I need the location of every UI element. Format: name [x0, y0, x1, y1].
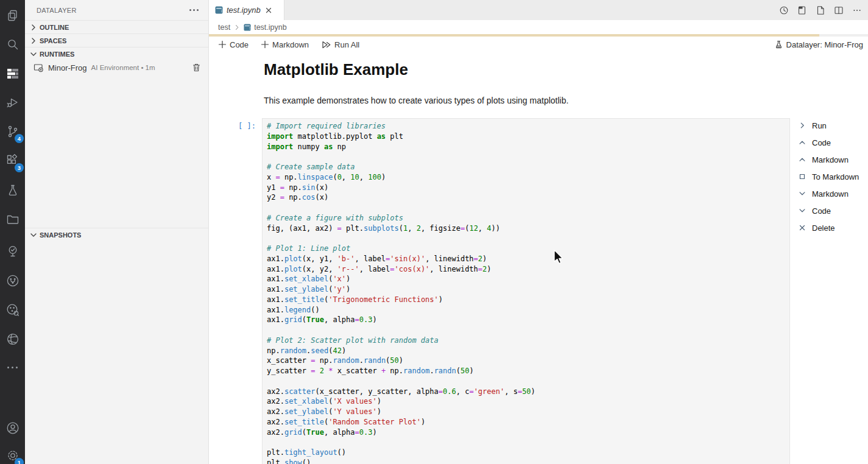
code-line[interactable]: plt.tight_layout() [267, 448, 789, 458]
breadcrumb-chevron-icon [233, 24, 241, 31]
editor-actions [779, 0, 862, 20]
run-all-button[interactable]: Run All [321, 40, 359, 49]
explorer-icon[interactable] [0, 7, 25, 25]
code-line[interactable]: # Plot 1: Line plot [267, 244, 789, 254]
cell-code-above-button[interactable]: Code [798, 136, 831, 149]
source-control-badge: 4 [15, 134, 24, 143]
settings-badge: 1 [15, 458, 24, 464]
code-line[interactable]: # Import required libraries [267, 121, 789, 132]
code-line[interactable]: ax2.scatter(x_scatter, y_scatter, alpha=… [267, 387, 789, 397]
code-line[interactable]: # Create a figure with subplots [267, 213, 789, 223]
code-line[interactable]: # Create sample data [267, 162, 789, 172]
code-line[interactable]: # Plot 2: Scatter plot with random data [267, 336, 789, 346]
chevron-down-icon [798, 189, 806, 198]
cell-markdown-below-button[interactable]: Markdown [798, 188, 849, 200]
code-line[interactable]: import numpy as np [267, 142, 789, 152]
code-line[interactable]: ax1.grid(True, alpha=0.3) [267, 315, 789, 325]
sidebar-title: DATALAYER [37, 7, 77, 14]
cell-code-below-button[interactable]: Code [798, 205, 831, 217]
open-notebook-icon[interactable] [797, 5, 807, 15]
breadcrumb-folder[interactable]: test [218, 23, 230, 32]
source-control-icon[interactable]: 4 [0, 122, 25, 141]
markdown-heading[interactable]: Matplotlib Example [264, 60, 408, 79]
add-markdown-label: Markdown [272, 40, 309, 49]
code-line[interactable]: ax1.set_title('Trigonometric Functions') [267, 295, 789, 305]
chevron-down-icon [29, 49, 38, 59]
add-markdown-button[interactable]: Markdown [261, 40, 309, 49]
code-line[interactable]: fig, (ax1, ax2) = plt.subplots(1, 2, fig… [267, 223, 789, 234]
code-line[interactable]: import matplotlib.pyplot as plt [267, 132, 789, 142]
code-line[interactable]: ax1.plot(x, y1, 'b-', label='sin(x)', li… [267, 254, 789, 264]
code-line[interactable]: np.random.seed(42) [267, 346, 789, 356]
code-line[interactable]: x_scatter = np.random.randn(50) [267, 356, 789, 366]
notebook-file-icon [215, 6, 223, 14]
beaker-icon[interactable] [0, 181, 25, 200]
runtime-search-icon[interactable] [0, 301, 25, 319]
datalayer-logo-icon[interactable] [0, 65, 25, 83]
code-line[interactable] [267, 376, 789, 387]
more-actions-icon[interactable] [0, 358, 25, 376]
cell-to-markdown-button[interactable]: To Markdown [798, 170, 859, 183]
sidebar: DATALAYER OUTLINE SPACES RUNTIMES Minor-… [25, 0, 209, 464]
code-line[interactable]: ax2.set_xlabel('X values') [267, 396, 789, 407]
tab-label: test.ipynb [227, 5, 261, 15]
runtime-item[interactable]: Minor-Frog AI Environment • 1m [25, 60, 208, 75]
sidebar-section-snapshots[interactable]: SNAPSHOTS [25, 228, 208, 241]
code-line[interactable]: y2 = np.cos(x) [267, 192, 789, 203]
code-line[interactable]: ax1.legend() [267, 305, 789, 315]
cell-run-button[interactable]: Run [798, 119, 827, 132]
settings-gear-icon[interactable]: 1 [0, 446, 25, 464]
tab-test-ipynb[interactable]: test.ipynb [209, 0, 284, 20]
extensions-badge: 3 [15, 163, 24, 172]
code-line[interactable]: ax1.set_ylabel('y') [267, 284, 789, 295]
chevron-right-icon [29, 36, 38, 46]
markdown-paragraph[interactable]: This example demonstrates how to create … [264, 96, 568, 105]
kernel-selector[interactable]: Datalayer: Minor-Frog [775, 40, 863, 49]
code-line[interactable] [267, 233, 789, 244]
app-window: 4 3 1 [0, 0, 868, 464]
account-icon[interactable] [0, 419, 25, 437]
add-code-button[interactable]: Code [218, 40, 249, 49]
tree-check-icon[interactable] [0, 242, 25, 261]
run-debug-icon[interactable] [0, 93, 25, 111]
code-line[interactable]: x = np.linspace(0, 10, 100) [267, 172, 789, 183]
sidebar-section-spaces[interactable]: SPACES [25, 33, 208, 47]
code-area: # Import required librariesimport matplo… [267, 121, 789, 464]
code-line[interactable]: plt.show() [267, 458, 789, 464]
sidebar-section-runtimes[interactable]: RUNTIMES [25, 47, 208, 60]
sidebar-section-outline[interactable]: OUTLINE [25, 20, 208, 33]
code-line[interactable]: ax1.set_xlabel('x') [267, 274, 789, 284]
tab-close-icon[interactable] [266, 7, 272, 13]
extensions-icon[interactable]: 3 [0, 152, 25, 170]
code-line[interactable]: ax2.grid(True, alpha=0.3) [267, 427, 789, 438]
code-line[interactable] [267, 437, 789, 448]
code-line[interactable]: ax2.set_ylabel('Y values') [267, 407, 789, 417]
editor-area: test.ipynb [209, 0, 868, 464]
more-actions-icon[interactable] [852, 5, 862, 15]
code-line[interactable] [267, 325, 789, 336]
history-icon[interactable] [779, 5, 789, 15]
new-file-icon[interactable] [816, 5, 825, 15]
code-line[interactable] [267, 203, 789, 213]
globe-icon[interactable] [0, 330, 25, 348]
split-editor-icon[interactable] [834, 5, 844, 15]
code-line[interactable] [267, 152, 789, 162]
code-line[interactable]: ax2.set_title('Random Scatter Plot') [267, 417, 789, 427]
code-line[interactable]: ax1.plot(x, y2, 'r--', label='cos(x)', l… [267, 264, 789, 275]
cell-delete-button[interactable]: Delete [798, 222, 835, 234]
execution-count: [ ]: [238, 122, 256, 130]
chevron-up-icon [798, 138, 806, 147]
code-line[interactable]: y_scatter = 2 * x_scatter + np.random.ra… [267, 366, 789, 376]
sidebar-title-row: DATALAYER [25, 0, 208, 20]
section-label: SPACES [40, 37, 66, 44]
runtime-circle-icon[interactable] [0, 272, 25, 290]
code-line[interactable]: y1 = np.sin(x) [267, 183, 789, 193]
trash-icon[interactable] [192, 63, 201, 72]
folder-icon[interactable] [0, 210, 25, 228]
sidebar-more-icon[interactable] [188, 9, 200, 11]
breadcrumb-file[interactable]: test.ipynb [254, 23, 287, 32]
search-icon[interactable] [0, 35, 25, 54]
code-cell[interactable]: # Import required librariesimport matplo… [262, 118, 790, 464]
cell-markdown-above-button[interactable]: Markdown [798, 153, 849, 166]
run-all-icon [321, 40, 331, 49]
